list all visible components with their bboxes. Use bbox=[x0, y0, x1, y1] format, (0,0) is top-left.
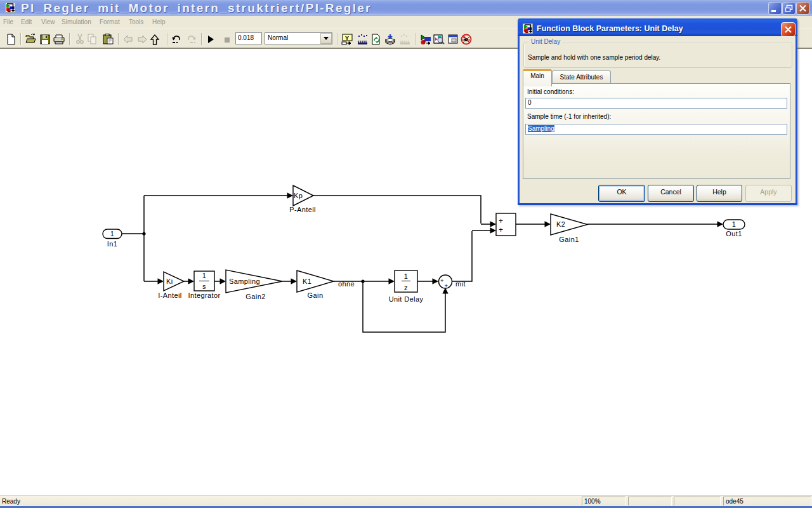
svg-text:s: s bbox=[202, 283, 206, 290]
svg-text:mit: mit bbox=[455, 280, 466, 288]
svg-text:Out1: Out1 bbox=[726, 230, 742, 237]
svg-text:In1: In1 bbox=[107, 240, 118, 248]
svg-text:+: + bbox=[440, 277, 444, 284]
svg-text:1: 1 bbox=[732, 220, 737, 228]
svg-text:Kp: Kp bbox=[294, 192, 303, 199]
svg-text:Ki: Ki bbox=[166, 277, 173, 285]
svg-text:1: 1 bbox=[404, 272, 409, 280]
svg-text:+: + bbox=[445, 282, 449, 289]
svg-text:Gain: Gain bbox=[308, 291, 324, 299]
svg-text:K1: K1 bbox=[303, 277, 311, 285]
svg-text:K2: K2 bbox=[556, 220, 565, 228]
svg-text:Gain2: Gain2 bbox=[246, 293, 265, 300]
svg-text:Unit Delay: Unit Delay bbox=[389, 295, 424, 303]
svg-text:ohne: ohne bbox=[338, 280, 355, 288]
svg-text:Gain1: Gain1 bbox=[559, 236, 579, 243]
svg-text:I-Anteil: I-Anteil bbox=[158, 291, 181, 299]
svg-text:+: + bbox=[499, 225, 503, 234]
svg-text:Sampling: Sampling bbox=[229, 277, 260, 285]
svg-text:z: z bbox=[404, 284, 408, 291]
svg-text:P-Anteil: P-Anteil bbox=[289, 206, 316, 213]
svg-text:+: + bbox=[499, 217, 503, 225]
svg-text:Integrator: Integrator bbox=[188, 291, 220, 299]
svg-text:1: 1 bbox=[110, 230, 115, 237]
svg-text:1: 1 bbox=[202, 272, 207, 279]
